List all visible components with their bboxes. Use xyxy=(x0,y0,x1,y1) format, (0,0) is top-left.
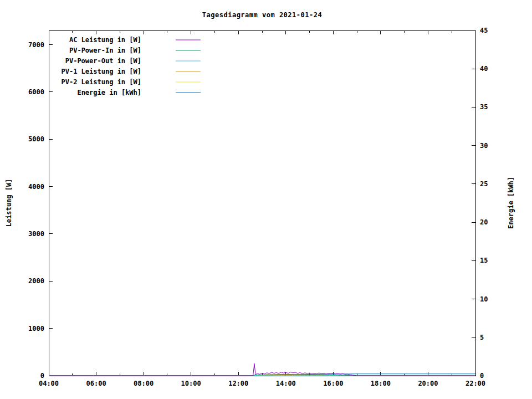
svg-text:35: 35 xyxy=(480,103,488,111)
legend-label: AC Leistung in [W] xyxy=(69,36,141,44)
legend-label: PV-Power-In in [W] xyxy=(69,47,141,54)
svg-text:4000: 4000 xyxy=(28,183,44,191)
svg-text:06:00: 06:00 xyxy=(86,380,106,387)
legend: AC Leistung in [W]PV-Power-In in [W]PV-P… xyxy=(62,36,201,96)
legend-label: PV-Power-Out in [W] xyxy=(65,57,141,65)
svg-text:0: 0 xyxy=(40,372,44,380)
svg-text:0: 0 xyxy=(480,372,484,380)
svg-text:6000: 6000 xyxy=(28,88,44,96)
svg-text:5: 5 xyxy=(480,334,484,341)
chart-title: Tagesdiagramm vom 2021-01-24 xyxy=(49,11,475,19)
svg-text:15: 15 xyxy=(480,257,488,264)
svg-text:04:00: 04:00 xyxy=(39,380,59,387)
svg-text:25: 25 xyxy=(480,180,488,188)
svg-text:20:00: 20:00 xyxy=(418,380,438,387)
svg-text:10:00: 10:00 xyxy=(181,380,201,387)
chart-page: Tagesdiagramm vom 2021-01-24 Leistung [W… xyxy=(0,0,532,399)
svg-text:20: 20 xyxy=(480,218,488,226)
legend-label: Energie in [kWh] xyxy=(77,89,141,96)
svg-text:18:00: 18:00 xyxy=(371,380,391,387)
svg-text:7000: 7000 xyxy=(28,41,44,49)
svg-text:14:00: 14:00 xyxy=(276,380,296,387)
legend-label: PV-2 Leistung in [W] xyxy=(62,78,142,86)
plot-area: 04:0006:0008:0010:0012:0014:0016:0018:00… xyxy=(0,0,532,399)
y-axis-label-left: Leistung [W] xyxy=(5,179,13,227)
svg-text:40: 40 xyxy=(480,65,488,73)
svg-text:1000: 1000 xyxy=(28,325,44,332)
svg-text:3000: 3000 xyxy=(28,230,44,238)
svg-text:10: 10 xyxy=(480,295,488,303)
legend-label: PV-1 Leistung in [W] xyxy=(62,68,142,75)
svg-text:12:00: 12:00 xyxy=(228,380,248,387)
y-axis-label-right: Energie [kWh] xyxy=(507,177,515,229)
svg-text:22:00: 22:00 xyxy=(466,380,485,387)
svg-text:16:00: 16:00 xyxy=(323,380,343,387)
svg-text:2000: 2000 xyxy=(28,277,44,285)
svg-text:30: 30 xyxy=(480,142,488,150)
svg-text:45: 45 xyxy=(480,27,488,34)
svg-text:08:00: 08:00 xyxy=(134,380,154,387)
svg-text:5000: 5000 xyxy=(28,135,44,143)
